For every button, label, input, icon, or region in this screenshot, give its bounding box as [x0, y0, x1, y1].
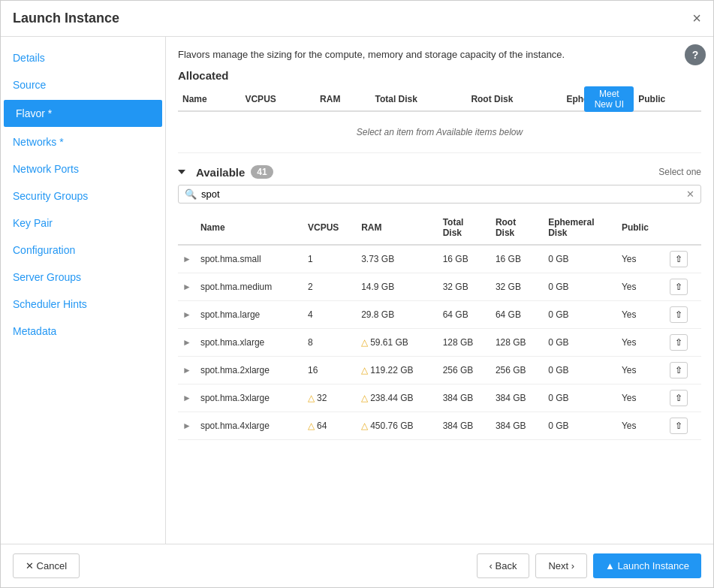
- meet-new-ui-button[interactable]: Meet New UI: [584, 86, 634, 112]
- sidebar-item-networks[interactable]: Networks *: [1, 128, 165, 155]
- col-expand-header: [178, 211, 196, 245]
- col-vcpus: VCPUS: [240, 88, 315, 111]
- next-button[interactable]: Next ›: [535, 553, 587, 578]
- cell-vcpus: 8: [303, 329, 357, 357]
- sidebar-item-flavor[interactable]: Flavor *: [4, 100, 162, 127]
- search-bar: 🔍 ✕: [178, 185, 701, 204]
- allocated-table: Name VCPUS RAM Total Disk Root Disk Ephe…: [178, 88, 701, 153]
- launch-button[interactable]: ▲ Launch Instance: [593, 553, 701, 578]
- allocate-button[interactable]: ⇧: [670, 334, 688, 351]
- modal-footer: ✕ Cancel ‹ Back Next › ▲ Launch Instance: [1, 544, 713, 587]
- expand-row-button[interactable]: ►: [182, 282, 191, 292]
- cell-name: spot.hma.3xlarge: [196, 384, 303, 412]
- cell-ephemeral: 0 GB: [544, 384, 617, 412]
- sidebar-item-source[interactable]: Source: [1, 71, 165, 98]
- table-row: ► spot.hma.xlarge 8 △59.61 GB 128 GB 128…: [178, 329, 701, 357]
- cloud-upload-icon: ▲: [605, 560, 615, 571]
- sidebar-item-scheduler-hints[interactable]: Scheduler Hints: [1, 291, 165, 318]
- cell-ephemeral: 0 GB: [544, 301, 617, 329]
- content-description: Flavors manage the sizing for the comput…: [178, 49, 701, 60]
- cell-ephemeral: 0 GB: [544, 245, 617, 273]
- cell-ephemeral: 0 GB: [544, 412, 617, 440]
- cell-public: Yes: [617, 245, 665, 273]
- sidebar-item-configuration[interactable]: Configuration: [1, 237, 165, 264]
- allocate-button[interactable]: ⇧: [670, 306, 688, 323]
- warning-icon: △: [308, 393, 315, 403]
- allocate-button[interactable]: ⇧: [670, 362, 688, 378]
- warning-icon: △: [361, 421, 368, 431]
- table-row: ► spot.hma.medium 2 14.9 GB 32 GB 32 GB …: [178, 273, 701, 301]
- cell-root-disk: 128 GB: [491, 329, 544, 357]
- col-public: Public: [634, 88, 701, 111]
- cell-public: Yes: [617, 412, 665, 440]
- available-col-ephemeral: EphemeralDisk: [544, 211, 617, 245]
- cell-ram: △238.44 GB: [357, 384, 438, 412]
- allocated-empty-row: Select an item from Available items belo…: [178, 111, 701, 153]
- expand-row-button[interactable]: ►: [182, 254, 191, 264]
- modal-title: Launch Instance: [13, 11, 119, 26]
- cell-root-disk: 32 GB: [491, 273, 544, 301]
- cell-name: spot.hma.small: [196, 245, 303, 273]
- sidebar-item-metadata[interactable]: Metadata: [1, 318, 165, 345]
- clear-search-icon[interactable]: ✕: [686, 188, 694, 200]
- col-ram: RAM: [315, 88, 370, 111]
- sidebar: Details Source Flavor * Networks * Netwo…: [1, 37, 166, 544]
- cell-name: spot.hma.4xlarge: [196, 412, 303, 440]
- cell-ephemeral: 0 GB: [544, 329, 617, 357]
- expand-row-button[interactable]: ►: [182, 309, 191, 320]
- expand-row-button[interactable]: ►: [182, 337, 191, 348]
- chevron-down-icon[interactable]: [178, 170, 185, 174]
- cell-public: Yes: [617, 301, 665, 329]
- sidebar-item-server-groups[interactable]: Server Groups: [1, 264, 165, 291]
- cell-root-disk: 64 GB: [491, 301, 544, 329]
- sidebar-item-security-groups[interactable]: Security Groups: [1, 182, 165, 210]
- allocate-button[interactable]: ⇧: [670, 251, 688, 267]
- cell-public: Yes: [617, 384, 665, 412]
- col-name: Name: [178, 88, 240, 111]
- warning-icon: △: [361, 337, 368, 348]
- available-count-badge: 41: [251, 165, 273, 179]
- cell-name: spot.hma.xlarge: [196, 329, 303, 357]
- available-col-vcpus: VCPUS: [303, 211, 357, 245]
- warning-icon: △: [361, 393, 368, 403]
- cell-ephemeral: 0 GB: [544, 357, 617, 384]
- available-header: Available 41 Select one: [178, 165, 701, 179]
- cell-root-disk: 384 GB: [491, 412, 544, 440]
- close-button[interactable]: ×: [692, 10, 701, 27]
- available-col-name: Name: [196, 211, 303, 245]
- available-col-root-disk: RootDisk: [491, 211, 544, 245]
- main-content: ? Flavors manage the sizing for the comp…: [166, 37, 713, 544]
- allocated-empty-text: Select an item from Available items belo…: [178, 111, 701, 153]
- cell-public: Yes: [617, 329, 665, 357]
- cell-public: Yes: [617, 273, 665, 301]
- cell-name: spot.hma.2xlarge: [196, 357, 303, 384]
- sidebar-item-details[interactable]: Details: [1, 44, 165, 71]
- search-input[interactable]: [201, 188, 686, 200]
- allocate-button[interactable]: ⇧: [670, 418, 688, 434]
- cell-name: spot.hma.large: [196, 301, 303, 329]
- search-icon: 🔍: [185, 188, 197, 200]
- expand-row-button[interactable]: ►: [182, 421, 191, 431]
- back-button[interactable]: ‹ Back: [477, 553, 530, 578]
- cancel-button[interactable]: ✕ Cancel: [13, 553, 80, 578]
- cell-ram: 29.8 GB: [357, 301, 438, 329]
- sidebar-item-network-ports[interactable]: Network Ports: [1, 155, 165, 182]
- footer-left: ✕ Cancel: [13, 553, 80, 578]
- available-label: Available: [196, 166, 245, 179]
- expand-row-button[interactable]: ►: [182, 393, 191, 403]
- cell-ram: △119.22 GB: [357, 357, 438, 384]
- table-row: ► spot.hma.4xlarge △64 △450.76 GB 384 GB…: [178, 412, 701, 440]
- sidebar-item-key-pair[interactable]: Key Pair: [1, 210, 165, 237]
- cell-ram: △59.61 GB: [357, 329, 438, 357]
- cell-vcpus: 2: [303, 273, 357, 301]
- footer-right: ‹ Back Next › ▲ Launch Instance: [477, 553, 701, 578]
- col-root-disk: Root Disk: [466, 88, 562, 111]
- allocate-button[interactable]: ⇧: [670, 279, 688, 295]
- table-row: ► spot.hma.3xlarge △32 △238.44 GB 384 GB…: [178, 384, 701, 412]
- expand-row-button[interactable]: ►: [182, 365, 191, 375]
- allocate-button[interactable]: ⇧: [670, 390, 688, 406]
- help-button[interactable]: ?: [685, 44, 706, 65]
- available-table: Name VCPUS RAM TotalDisk RootDisk Epheme…: [178, 211, 701, 440]
- cell-vcpus: △32: [303, 384, 357, 412]
- available-title-group: Available 41: [178, 165, 273, 179]
